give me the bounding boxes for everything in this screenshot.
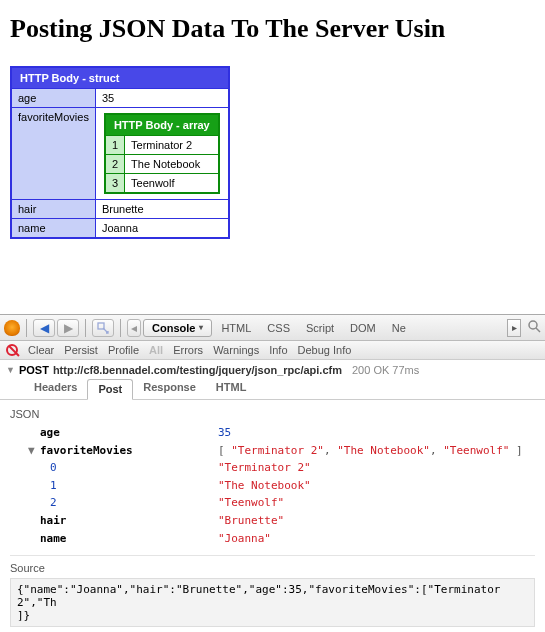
dump-array-val: Terminator 2: [125, 136, 219, 155]
dump-struct-header: HTTP Body - struct: [11, 67, 229, 89]
dump-key-name: name: [11, 219, 95, 239]
dump-array-val: Teenwolf: [125, 174, 219, 194]
dump-key-favoriteMovies: favoriteMovies: [11, 108, 95, 200]
dump-array-idx: 1: [105, 136, 125, 155]
dump-array-idx: 3: [105, 174, 125, 194]
dump-val-favoriteMovies: HTTP Body - array 1 Terminator 2 2 The N…: [95, 108, 228, 200]
dump-array-table: HTTP Body - array 1 Terminator 2 2 The N…: [104, 113, 220, 194]
dump-val-hair: Brunette: [95, 200, 228, 219]
dump-struct-table: HTTP Body - struct age 35 favoriteMovies…: [10, 66, 230, 239]
dump-key-hair: hair: [11, 200, 95, 219]
dump-val-name: Joanna: [95, 219, 228, 239]
dump-array-val: The Notebook: [125, 155, 219, 174]
dump-val-age: 35: [95, 89, 228, 108]
dump-array-idx: 2: [105, 155, 125, 174]
dump-key-age: age: [11, 89, 95, 108]
page-title: Posting JSON Data To The Server Usin: [10, 14, 535, 44]
dump-array-header: HTTP Body - array: [105, 114, 219, 136]
